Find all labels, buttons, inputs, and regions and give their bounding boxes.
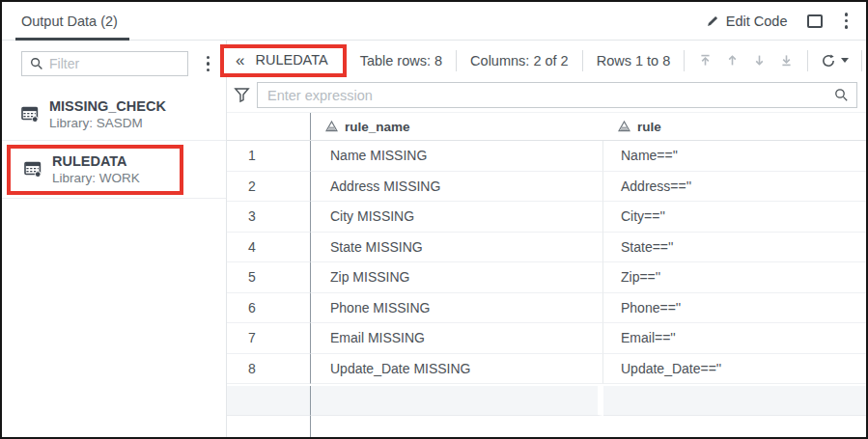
expression-input[interactable]: [267, 88, 834, 103]
cell-rule: State=='': [603, 233, 866, 263]
cell-rule: Name=='': [603, 141, 866, 172]
cell-rule-name: City MISSING: [311, 202, 603, 233]
cell-rule: Update_Date=='': [603, 354, 866, 385]
column-header-rule-name[interactable]: rule_name: [311, 113, 603, 140]
table-dataset-icon: [24, 161, 42, 178]
table-rows-count: Table rows: 8: [347, 53, 456, 69]
edit-code-label: Edit Code: [726, 14, 788, 29]
maximize-icon[interactable]: [807, 14, 823, 28]
row-number: 8: [227, 354, 311, 385]
table-row[interactable]: 5 Zip MISSING Zip=='': [227, 262, 866, 293]
column-header-rule[interactable]: rule: [603, 113, 866, 140]
dataset-library: Library: WORK: [52, 171, 140, 185]
table-row[interactable]: 2 Address MISSING Address=='': [227, 172, 866, 203]
filter-expression-bar: [227, 80, 866, 110]
table-row[interactable]: 1 Name MISSING Name=='': [227, 141, 866, 172]
refresh-icon: [821, 53, 836, 69]
table-dataset-icon: [21, 106, 40, 123]
cell-rule: Phone=='': [603, 293, 866, 324]
pencil-icon: [706, 14, 719, 28]
table-row[interactable]: 6 Phone MISSING Phone=='': [227, 293, 866, 324]
search-icon: [30, 57, 43, 70]
expression-input-box: [257, 82, 857, 108]
rows-range: Rows 1 to 8: [583, 53, 685, 69]
sidebar-more-options-icon[interactable]: [204, 53, 213, 75]
cell-rule-name: Update_Date MISSING: [311, 354, 603, 385]
go-to-first-rows-icon[interactable]: [696, 51, 714, 69]
row-number: 7: [227, 323, 311, 354]
chevron-down-icon: [841, 58, 849, 63]
sidebar-filter-box: [21, 51, 188, 76]
character-type-icon: [325, 121, 338, 132]
table-row[interactable]: 7 Email MISSING Email=='': [227, 323, 866, 354]
columns-count: Columns: 2 of 2: [457, 53, 582, 69]
cell-rule-name: Zip MISSING: [311, 262, 603, 293]
table-viewer-panel: « RULEDATA Table rows: 8 Columns: 2 of 2…: [227, 41, 866, 437]
tab-output-data-label: Output Data (2): [21, 14, 118, 29]
sidebar-item-ruledata[interactable]: RULEDATA Library: WORK: [11, 149, 180, 191]
cell-rule: Zip=='': [603, 262, 866, 293]
annotation-box-sidebar: RULEDATA Library: WORK: [7, 145, 183, 195]
table-row[interactable]: 8 Update_Date MISSING Update_Date=='': [227, 354, 866, 385]
dataset-name: RULEDATA: [52, 153, 140, 169]
divider: [861, 50, 862, 71]
sidebar-filter-input[interactable]: [49, 56, 182, 71]
cell-rule-name: Address MISSING: [311, 172, 603, 203]
column-header-label: rule: [637, 120, 661, 134]
row-number: 3: [227, 202, 311, 233]
refresh-button[interactable]: [808, 53, 861, 69]
collapse-panel-icon: «: [236, 52, 244, 69]
cell-rule-name: Phone MISSING: [311, 293, 603, 324]
dataset-library: Library: SASDM: [49, 116, 166, 130]
divider: [2, 198, 226, 199]
column-header-label: rule_name: [345, 120, 410, 134]
window-header: Output Data (2) Edit Code: [2, 2, 866, 41]
row-number: 2: [227, 172, 311, 203]
row-number: 4: [227, 233, 311, 263]
cell-rule-name: Name MISSING: [311, 141, 603, 172]
filter-funnel-icon: [234, 87, 250, 103]
window-more-options-icon[interactable]: [842, 10, 852, 32]
cell-rule-name: State MISSING: [311, 233, 603, 263]
back-button-ruledata[interactable]: « RULEDATA: [220, 44, 347, 77]
next-rows-icon[interactable]: [750, 51, 769, 69]
go-to-last-rows-icon[interactable]: [777, 51, 796, 69]
table-toolbar: « RULEDATA Table rows: 8 Columns: 2 of 2…: [227, 41, 866, 80]
dataset-name: MISSING_CHECK: [49, 98, 166, 114]
data-table: rule_name rule 1 Name MISSING Name=='' 2…: [227, 112, 866, 437]
row-number: 1: [227, 141, 311, 172]
table-row[interactable]: 3 City MISSING City=='': [227, 202, 866, 233]
output-data-sidebar: MISSING_CHECK Library: SASDM: [2, 41, 227, 437]
table-row[interactable]: 4 State MISSING State=='': [227, 233, 866, 263]
table-header-row: rule_name rule: [227, 112, 866, 141]
previous-rows-icon[interactable]: [723, 51, 742, 69]
cell-rule: Address=='': [603, 172, 866, 203]
character-type-icon: [618, 121, 630, 132]
row-number: 5: [227, 262, 311, 293]
cell-rule-name: Email MISSING: [311, 323, 603, 354]
table-empty-area: [227, 416, 866, 437]
apply-filter-search-icon[interactable]: [834, 88, 849, 102]
edit-code-button[interactable]: Edit Code: [706, 14, 788, 29]
empty-table-row: [227, 384, 866, 416]
back-button-label: RULEDATA: [255, 52, 327, 68]
cell-rule: City=='': [603, 202, 866, 233]
cell-rule: Email=='': [603, 323, 866, 354]
sidebar-item-missing-check[interactable]: MISSING_CHECK Library: SASDM: [2, 90, 226, 140]
output-tables-list: MISSING_CHECK Library: SASDM: [2, 90, 226, 199]
tab-output-data[interactable]: Output Data (2): [21, 2, 118, 40]
row-number-column-header: [227, 113, 311, 140]
divider: [2, 140, 226, 141]
row-number: 6: [227, 293, 311, 324]
